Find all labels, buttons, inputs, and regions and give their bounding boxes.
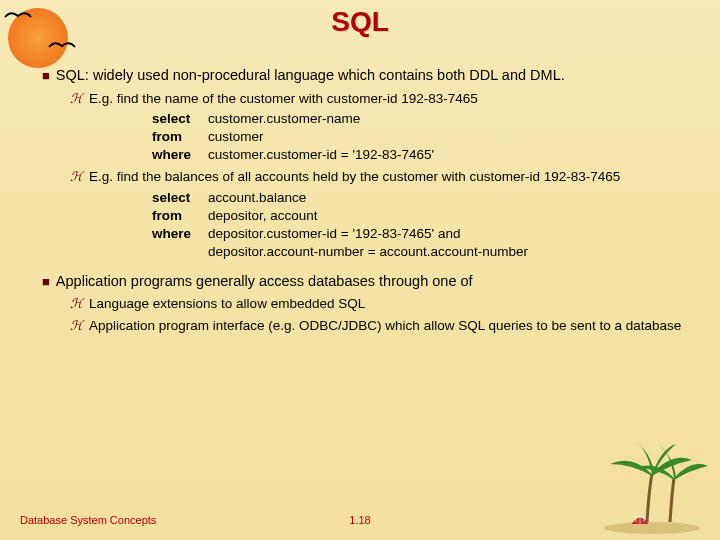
kw-where: where	[152, 146, 208, 164]
kw-from: from	[152, 207, 208, 225]
script-bullet-icon: ℋ	[70, 91, 83, 106]
kw-where: where	[152, 225, 208, 243]
footer-book-title: Database System Concepts	[20, 514, 156, 526]
slide-title: SQL	[0, 0, 720, 38]
script-bullet-icon: ℋ	[70, 318, 83, 333]
sub-bullet-text: E.g. find the balances of all accounts h…	[89, 169, 620, 184]
sub-bullet-text: Application program interface (e.g. ODBC…	[89, 318, 681, 333]
script-bullet-icon: ℋ	[70, 169, 83, 184]
square-bullet-icon: ■	[42, 68, 50, 83]
sub-bullet-text: Language extensions to allow embedded SQ…	[89, 296, 365, 311]
square-bullet-icon: ■	[42, 274, 50, 289]
bullet-sql-intro: ■SQL: widely used non-procedural languag…	[42, 66, 692, 86]
code-value: depositor.customer-id = '192-83-7465' an…	[208, 225, 460, 243]
bullet-text: SQL: widely used non-procedural language…	[56, 67, 565, 83]
code-value: depositor, account	[208, 207, 318, 225]
bullet-text: Application programs generally access da…	[56, 273, 473, 289]
sql-example2: selectaccount.balance fromdepositor, acc…	[152, 189, 692, 262]
sub-bullet-example1: ℋE.g. find the name of the customer with…	[70, 90, 692, 108]
svg-point-0	[604, 522, 700, 534]
sub-bullet-example2: ℋE.g. find the balances of all accounts …	[70, 168, 692, 186]
code-value: customer	[208, 128, 264, 146]
kw-from: from	[152, 128, 208, 146]
sql-example1: selectcustomer.customer-name fromcustome…	[152, 110, 692, 165]
sub-bullet-lang-ext: ℋLanguage extensions to allow embedded S…	[70, 295, 692, 313]
code-value: account.balance	[208, 189, 306, 207]
sub-bullet-text: E.g. find the name of the customer with …	[89, 91, 478, 106]
footer-page-number: 1.18	[349, 514, 370, 526]
code-value: customer.customer-id = '192-83-7465'	[208, 146, 434, 164]
code-value: depositor.account-number = account.accou…	[208, 243, 528, 261]
palm-tree-decoration	[592, 434, 712, 534]
script-bullet-icon: ℋ	[70, 296, 83, 311]
slide-body: ■SQL: widely used non-procedural languag…	[0, 38, 720, 336]
bullet-app-programs: ■Application programs generally access d…	[42, 272, 692, 292]
sub-bullet-api: ℋApplication program interface (e.g. ODB…	[70, 317, 692, 335]
kw-select: select	[152, 189, 208, 207]
code-value: customer.customer-name	[208, 110, 360, 128]
kw-select: select	[152, 110, 208, 128]
